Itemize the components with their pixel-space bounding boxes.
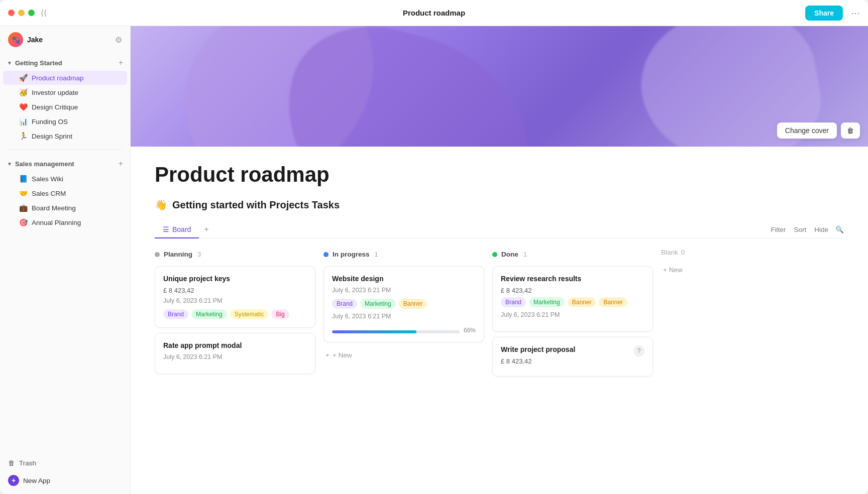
tag-brand[interactable]: Brand (332, 299, 357, 309)
column-count-done: 1 (523, 251, 527, 258)
tag-marketing[interactable]: Marketing (191, 309, 227, 319)
board-tabs: ☰ Board + Filter Sort Hide 🔍 (155, 221, 844, 238)
hide-action[interactable]: Hide (813, 224, 829, 235)
card-date-2: July 6, 2023 6:21 PM (332, 313, 476, 320)
blank-count: 0 (681, 249, 685, 256)
tag-marketing[interactable]: Marketing (529, 297, 565, 307)
traffic-lights (8, 10, 35, 16)
sidebar-item-design-sprint[interactable]: 🏃 Design Sprint (3, 129, 127, 143)
traffic-light-red[interactable] (8, 10, 15, 16)
sidebar-new-app[interactable]: + New App (0, 471, 130, 490)
progress-bar (332, 330, 460, 333)
help-icon[interactable]: ? (633, 345, 644, 356)
sidebar-item-sales-wiki[interactable]: 📘 Sales Wiki (3, 172, 127, 186)
main-layout: 🐾 Jake ⚙ ▼ Getting Started + 🚀 Product r… (0, 26, 868, 494)
tag-systematic[interactable]: Systematic (230, 309, 269, 319)
sidebar-item-label: Sales Wiki (32, 175, 63, 183)
sidebar-section-header-getting-started[interactable]: ▼ Getting Started + (0, 55, 130, 70)
section-title-sales: Sales management (15, 160, 116, 168)
sort-action[interactable]: Sort (793, 224, 807, 235)
column-header-in-progress: In progress 1 (323, 249, 484, 260)
traffic-light-green[interactable] (28, 10, 35, 16)
card-tags: Brand Marketing Systematic Big (163, 309, 307, 319)
traffic-light-yellow[interactable] (18, 10, 25, 16)
tag-banner[interactable]: Banner (568, 297, 596, 307)
sidebar-item-board-meeting[interactable]: 💼 Board Meeting (3, 201, 127, 215)
sidebar-item-investor-update[interactable]: 🥳 Investor update (3, 85, 127, 99)
heart-icon: ❤️ (19, 103, 28, 111)
sidebar-section-header-sales[interactable]: ▼ Sales management + (0, 156, 130, 171)
card-unique-project-keys[interactable]: Unique project keys £ 8 423,42 July 6, 2… (155, 266, 315, 328)
add-section-icon[interactable]: + (119, 159, 123, 168)
tab-board[interactable]: ☰ Board (155, 221, 199, 238)
tag-brand[interactable]: Brand (163, 309, 188, 319)
trash-label: Trash (19, 459, 36, 467)
avatar: 🐾 (8, 32, 23, 47)
sidebar: 🐾 Jake ⚙ ▼ Getting Started + 🚀 Product r… (0, 26, 131, 494)
tab-board-label: Board (172, 225, 191, 233)
card-title: Unique project keys (163, 275, 307, 283)
tag-brand[interactable]: Brand (501, 297, 526, 307)
add-section-icon[interactable]: + (119, 58, 123, 67)
card-amount: £ 8 423,42 (501, 287, 644, 294)
delete-cover-button[interactable]: 🗑 (841, 122, 860, 139)
search-icon[interactable]: 🔍 (835, 225, 844, 233)
card-title: Write project proposal (501, 345, 575, 353)
column-count-in-progress: 1 (375, 251, 378, 258)
sidebar-item-sales-crm[interactable]: 🤝 Sales CRM (3, 186, 127, 200)
column-title-done: Done (501, 251, 518, 258)
progress-row: 66% (332, 325, 476, 334)
card-title: Review research results (501, 275, 644, 283)
card-review-research[interactable]: Review research results £ 8 423,42 Brand… (492, 266, 653, 332)
status-dot-gray (155, 252, 160, 257)
tag-banner[interactable]: Banner (399, 299, 427, 309)
sidebar-trash[interactable]: 🗑 Trash (0, 455, 130, 471)
card-write-project-proposal[interactable]: Write project proposal £ 8 423,42 ? (492, 337, 653, 377)
app-window: ⟨⟨ Product roadmap Share ⋯ 🐾 Jake ⚙ ▼ Ge… (0, 0, 868, 494)
tag-banner-alt[interactable]: Banner (599, 297, 627, 307)
status-dot-green (492, 252, 497, 257)
gear-icon[interactable]: ⚙ (115, 35, 122, 45)
card-title: Website design (332, 275, 476, 283)
sidebar-item-label: Sales CRM (32, 190, 66, 197)
cover-image: Change cover 🗑 (131, 26, 868, 147)
new-item-button-in-progress[interactable]: + + New (323, 347, 484, 363)
sidebar-section-sales-management: ▼ Sales management + 📘 Sales Wiki 🤝 Sale… (0, 154, 130, 232)
sidebar-item-design-critique[interactable]: ❤️ Design Critique (3, 100, 127, 114)
sidebar-item-label: Design Critique (32, 103, 78, 111)
card-website-design[interactable]: Website design July 6, 2023 6:21 PM Bran… (323, 266, 484, 342)
sidebar-item-label: Investor update (32, 89, 78, 96)
sidebar-item-funding-os[interactable]: 📊 Funding OS (3, 114, 127, 129)
chart-icon: 📊 (19, 117, 28, 126)
card-amount: £ 8 423,42 (163, 287, 307, 294)
column-count-planning: 3 (197, 251, 201, 258)
trash-icon: 🗑 (8, 459, 15, 467)
sidebar-item-label: Design Sprint (32, 133, 72, 140)
column-planning: Planning 3 Unique project keys £ 8 423,4… (155, 249, 315, 379)
sidebar-item-annual-planning[interactable]: 🎯 Annual Planning (3, 215, 127, 229)
filter-action[interactable]: Filter (770, 224, 787, 235)
sidebar-item-label: Funding OS (32, 118, 68, 126)
page-title: Product roadmap (155, 163, 844, 187)
wave-icon: 👋 (155, 199, 167, 211)
tag-marketing[interactable]: Marketing (360, 299, 396, 309)
new-item-button-blank[interactable]: + New (661, 262, 701, 278)
sidebar-item-label: Board Meeting (32, 204, 76, 212)
chevron-down-icon: ▼ (7, 60, 12, 66)
page-body: Product roadmap 👋 Getting started with P… (131, 147, 868, 398)
column-done: Done 1 Review research results £ 8 423,4… (492, 249, 653, 382)
section-title-getting-started: Getting Started (15, 59, 116, 67)
share-button[interactable]: Share (805, 6, 843, 21)
page-content: Change cover 🗑 Product roadmap 👋 Getting… (131, 26, 868, 494)
board-tab-icon: ☰ (163, 225, 169, 233)
new-label: + New (333, 351, 352, 359)
tab-add-button[interactable]: + (199, 221, 213, 238)
sidebar-item-product-roadmap[interactable]: 🚀 Product roadmap (3, 71, 127, 85)
change-cover-button[interactable]: Change cover (777, 122, 837, 139)
card-rate-app-prompt[interactable]: Rate app prompt modal July 6, 2023 6:21 … (155, 333, 315, 374)
more-options-button[interactable]: ⋯ (851, 8, 860, 19)
tag-big[interactable]: Big (271, 309, 289, 319)
collapse-icon[interactable]: ⟨⟨ (41, 8, 47, 18)
board-tab-actions: Filter Sort Hide 🔍 (770, 224, 844, 235)
card-title: Rate app prompt modal (163, 341, 307, 349)
